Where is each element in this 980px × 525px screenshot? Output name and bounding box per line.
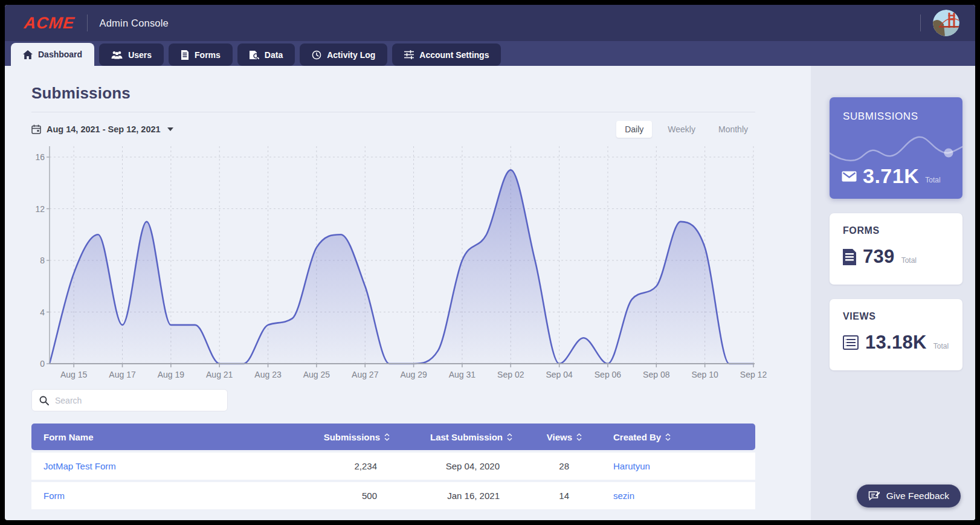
date-range-picker[interactable]: Aug 14, 2021 - Sep 12, 2021 bbox=[31, 124, 173, 134]
forms-stat-card: FORMS 739 Total bbox=[830, 213, 962, 285]
form-name-link[interactable]: Form bbox=[44, 491, 65, 501]
svg-text:12: 12 bbox=[35, 204, 45, 214]
svg-text:Aug 23: Aug 23 bbox=[254, 370, 282, 379]
stat-unit: Total bbox=[925, 176, 940, 184]
submissions-total-value: 3.71K bbox=[863, 164, 919, 188]
column-header-views[interactable]: Views bbox=[512, 432, 582, 442]
svg-text:Sep 04: Sep 04 bbox=[546, 370, 573, 379]
tab-account-settings[interactable]: Account Settings bbox=[392, 43, 501, 66]
range-monthly-button[interactable]: Monthly bbox=[711, 121, 755, 138]
table-row: Form 500 Jan 16, 2021 14 sezin bbox=[31, 482, 755, 509]
submissions-cell: 500 bbox=[297, 491, 390, 501]
column-header-created-by[interactable]: Created By bbox=[582, 432, 755, 442]
svg-text:Aug 25: Aug 25 bbox=[303, 370, 330, 379]
svg-text:16: 16 bbox=[35, 152, 45, 162]
topbar-divider-right bbox=[920, 14, 921, 31]
last-submission-cell: Sep 04, 2020 bbox=[390, 461, 512, 471]
tab-label: Account Settings bbox=[419, 50, 489, 60]
table-row: JotMap Test Form 2,234 Sep 04, 2020 28 H… bbox=[31, 453, 755, 480]
tab-forms[interactable]: Forms bbox=[169, 43, 233, 66]
card-title: SUBMISSIONS bbox=[843, 111, 949, 123]
svg-text:Aug 31: Aug 31 bbox=[449, 370, 476, 379]
users-icon bbox=[111, 51, 123, 59]
avatar-image bbox=[933, 10, 959, 36]
table-list-icon bbox=[843, 335, 859, 350]
range-toggle: Daily Weekly Monthly bbox=[616, 121, 755, 138]
tab-label: Dashboard bbox=[38, 50, 82, 59]
form-name-link[interactable]: JotMap Test Form bbox=[44, 461, 116, 471]
created-by-link[interactable]: Harutyun bbox=[613, 461, 650, 471]
table-header-row: Form Name Submissions Last Submission Vi… bbox=[31, 424, 755, 450]
column-header-form-name: Form Name bbox=[31, 432, 297, 442]
views-total-value: 13.18K bbox=[865, 332, 927, 353]
submissions-stat-card: SUBMISSIONS 3.71K Total bbox=[830, 97, 962, 199]
document-icon bbox=[843, 249, 856, 265]
sort-icon bbox=[384, 433, 390, 441]
feedback-label: Give Feedback bbox=[886, 491, 949, 501]
svg-text:4: 4 bbox=[40, 308, 45, 317]
form-icon bbox=[181, 50, 189, 60]
search-icon bbox=[39, 396, 49, 405]
created-by-link[interactable]: sezin bbox=[613, 491, 634, 501]
sort-icon bbox=[665, 433, 671, 441]
stats-sidebar: SUBMISSIONS 3.71K Total FORMS 739 Total bbox=[811, 66, 975, 520]
topbar: ACME Admin Console bbox=[5, 5, 975, 41]
admin-console-window: ACME Admin Console bbox=[5, 5, 975, 520]
give-feedback-button[interactable]: Give Feedback bbox=[857, 485, 961, 507]
column-header-submissions[interactable]: Submissions bbox=[297, 432, 390, 442]
submissions-area-chart: 0481216Aug 15Aug 17Aug 19Aug 21Aug 23Aug… bbox=[31, 141, 811, 384]
last-submission-cell: Jan 16, 2021 bbox=[390, 491, 512, 501]
svg-text:Aug 15: Aug 15 bbox=[60, 370, 88, 379]
card-title: FORMS bbox=[843, 225, 949, 236]
history-clock-icon bbox=[312, 50, 321, 60]
svg-text:Sep 12: Sep 12 bbox=[740, 370, 767, 379]
svg-text:0: 0 bbox=[40, 359, 45, 369]
svg-text:Sep 08: Sep 08 bbox=[643, 370, 670, 379]
views-stat-card: VIEWS 13.18K Total bbox=[830, 299, 962, 370]
topbar-divider bbox=[87, 14, 88, 31]
search-box bbox=[31, 389, 228, 411]
svg-text:Sep 10: Sep 10 bbox=[691, 370, 718, 379]
sort-icon bbox=[576, 433, 582, 441]
card-title: VIEWS bbox=[843, 311, 949, 322]
svg-text:Aug 17: Aug 17 bbox=[109, 370, 136, 379]
views-cell: 28 bbox=[512, 461, 582, 471]
stat-unit: Total bbox=[933, 342, 949, 350]
tab-dashboard[interactable]: Dashboard bbox=[11, 43, 94, 66]
sliders-icon bbox=[404, 50, 414, 59]
decorative-sparkline bbox=[830, 127, 962, 170]
svg-text:8: 8 bbox=[40, 256, 45, 265]
tab-users[interactable]: Users bbox=[99, 43, 164, 66]
stat-unit: Total bbox=[901, 256, 917, 265]
home-icon bbox=[23, 50, 33, 59]
svg-text:Aug 21: Aug 21 bbox=[206, 370, 233, 379]
svg-text:Aug 29: Aug 29 bbox=[400, 370, 427, 379]
tab-label: Data bbox=[265, 50, 283, 60]
range-weekly-button[interactable]: Weekly bbox=[660, 121, 703, 138]
views-cell: 14 bbox=[512, 491, 582, 501]
chevron-down-icon bbox=[167, 127, 173, 131]
tab-label: Users bbox=[128, 50, 152, 60]
user-avatar[interactable] bbox=[933, 10, 959, 36]
dashboard-content: Submissions Aug 14, 2021 - Sep 12, 2021 … bbox=[5, 66, 811, 520]
search-input[interactable] bbox=[55, 396, 220, 405]
svg-text:Sep 06: Sep 06 bbox=[595, 370, 622, 379]
app-title: Admin Console bbox=[100, 18, 169, 29]
forms-table: Form Name Submissions Last Submission Vi… bbox=[31, 424, 755, 520]
tab-data[interactable]: Data bbox=[237, 43, 295, 66]
envelope-icon bbox=[842, 171, 857, 182]
sort-icon bbox=[507, 433, 512, 441]
tab-label: Activity Log bbox=[327, 50, 375, 60]
main-nav-tabbar: Dashboard Users Forms Data Activity Log … bbox=[5, 41, 975, 66]
data-icon bbox=[250, 50, 259, 60]
range-daily-button[interactable]: Daily bbox=[616, 121, 652, 138]
svg-text:Aug 19: Aug 19 bbox=[158, 370, 185, 379]
calendar-icon bbox=[31, 124, 41, 134]
tab-activity-log[interactable]: Activity Log bbox=[300, 43, 387, 66]
submissions-cell: 2,234 bbox=[297, 461, 390, 471]
tab-label: Forms bbox=[195, 50, 221, 60]
svg-text:Sep 02: Sep 02 bbox=[497, 370, 524, 379]
column-header-last-submission[interactable]: Last Submission bbox=[390, 432, 512, 442]
forms-total-value: 739 bbox=[863, 246, 895, 268]
date-range-label: Aug 14, 2021 - Sep 12, 2021 bbox=[47, 124, 161, 134]
